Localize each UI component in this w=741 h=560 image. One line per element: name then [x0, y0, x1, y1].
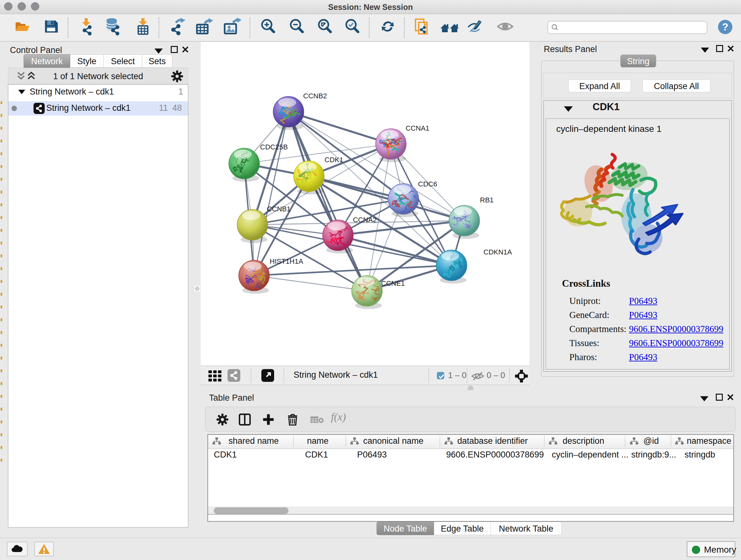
- svg-text:CDC25B: CDC25B: [260, 143, 288, 151]
- svg-text:CDKN1A: CDKN1A: [483, 248, 512, 256]
- svg-text:CCNB1: CCNB1: [267, 205, 291, 213]
- svg-text:CCNE1: CCNE1: [381, 279, 405, 287]
- svg-text:CDC6: CDC6: [418, 180, 437, 188]
- svg-text:HIST1H1A: HIST1H1A: [270, 257, 303, 265]
- svg-text:CCNA2: CCNA2: [353, 216, 377, 224]
- svg-text:CCNB2: CCNB2: [303, 92, 327, 100]
- svg-text:RB1: RB1: [480, 196, 494, 204]
- svg-text:CCNA1: CCNA1: [406, 124, 429, 132]
- svg-text:CDK1: CDK1: [325, 156, 343, 164]
